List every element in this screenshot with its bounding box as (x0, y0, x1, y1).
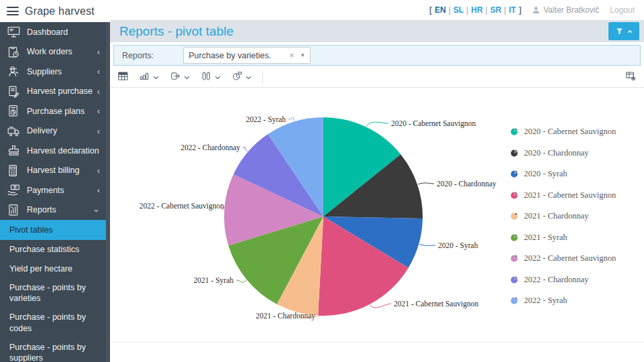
sidebar-subitem-purchase-statistics[interactable]: Purchase statistics (0, 240, 106, 259)
toolbar-fields-button[interactable] (201, 70, 221, 84)
chevron-down-icon (183, 72, 191, 84)
delivery-icon (6, 124, 21, 138)
field-chooser-icon (625, 70, 637, 84)
legend-item-2021-syrah: 2021 - Syrah (511, 227, 616, 249)
language-en[interactable]: EN (435, 5, 446, 15)
report-select[interactable]: Purchase by varieties. × ▼ (183, 47, 311, 64)
sidebar-item-reports[interactable]: Reports⌄ (0, 200, 106, 221)
app-title: Grape harvest (25, 5, 95, 17)
sidebar-item-dashboard[interactable]: Dashboard (0, 22, 106, 42)
chevron-down-icon (152, 72, 160, 84)
sidebar-subitem-pivot-tables[interactable]: Pivot tables (0, 220, 106, 240)
sidebar-item-label: Dashboard (27, 27, 68, 37)
pivot-toolbar (110, 68, 644, 88)
language-sr[interactable]: SR (490, 5, 502, 15)
pie-label-connector (370, 304, 391, 308)
report-filter-panel: Reports: Purchase by varieties. × ▼ (113, 45, 641, 66)
legend-pie-marker (511, 297, 518, 304)
legend-item-2021-cabernet-sauvignon: 2021 - Cabernet Sauvignon (511, 185, 616, 206)
sidebar-item-work-orders[interactable]: Work orders‹ (0, 42, 106, 62)
sidebar-item-label: Suppliers (27, 67, 62, 76)
reports-label: Reports: (122, 51, 154, 60)
toolbar-export-button[interactable] (170, 70, 191, 84)
legend-item-2021-chardonnay: 2021 - Chardonnay (511, 206, 616, 227)
pie-label-connector (236, 280, 246, 282)
sidebar-item-harvest-declaration[interactable]: Harvest declaration (0, 141, 106, 161)
user-icon (532, 6, 540, 14)
sidebar-item-harvest-billing[interactable]: Harvest billing‹ (0, 161, 106, 181)
pie-label-connector (418, 183, 434, 184)
sidebar-item-purchase-plans[interactable]: Purchase plans‹ (0, 101, 106, 121)
pie-slice-label: 2021 - Syrah (194, 276, 234, 285)
toolbar-table-button[interactable] (117, 70, 129, 84)
chart-area: 2020 - Cabernet Sauvignon2020 - Chardonn… (110, 88, 644, 343)
bracket: [ (429, 5, 432, 15)
sidebar-item-payments[interactable]: Payments‹ (0, 180, 106, 200)
chevron-down-icon (214, 72, 221, 84)
legend-pie-marker (511, 255, 518, 262)
legend-item-2022-cabernet-sauvignon: 2022 - Cabernet Sauvignon (511, 248, 616, 269)
chart-options-icon (231, 70, 243, 84)
legend-label: 2020 - Syrah (524, 169, 568, 179)
purchase-plans-icon (6, 104, 21, 118)
sidebar-item-label: Purchase plans (27, 107, 85, 116)
pie-slice-label: 2022 - Chardonnay (180, 143, 240, 152)
language-it[interactable]: IT (508, 5, 516, 15)
toolbar-bar-chart-button[interactable] (139, 70, 160, 84)
legend-label: 2021 - Cabernet Sauvignon (524, 190, 616, 200)
pie-slice-label: 2022 - Cabernet Sauvignon (140, 202, 224, 210)
sidebar-item-label: Harvest billing (27, 166, 80, 175)
chevron-up-icon (627, 28, 633, 35)
legend-pie-marker (511, 128, 518, 135)
separator: | (486, 5, 488, 15)
chart-legend: 2020 - Cabernet Sauvignon2020 - Chardonn… (511, 121, 616, 312)
language-sl[interactable]: SL (453, 5, 464, 15)
dropdown-caret-icon[interactable]: ▼ (300, 52, 305, 58)
topbar: [EN|SL|HR|SR|IT] Valter Bratkovič Logout (110, 0, 644, 20)
app-window: Grape harvest DashboardWork orders‹Suppl… (0, 0, 644, 362)
pie-label-connector (419, 244, 435, 245)
hamburger-menu-icon[interactable] (7, 7, 19, 15)
legend-item-2020-cabernet-sauvignon: 2020 - Cabernet Sauvignon (511, 121, 616, 143)
logout-button[interactable]: Logout (610, 5, 635, 15)
sidebar-item-label: Harvest purchase (27, 86, 93, 96)
pie-slice-label: 2020 - Syrah (438, 241, 478, 250)
pie-label-connector (243, 147, 248, 152)
legend-label: 2020 - Cabernet Sauvignon (524, 127, 616, 137)
work-orders-icon (6, 45, 21, 59)
legend-pie-marker (511, 192, 518, 199)
sidebar: Grape harvest DashboardWork orders‹Suppl… (0, 0, 110, 362)
sidebar-item-suppliers[interactable]: Suppliers‹ (0, 62, 106, 82)
chevron-left-icon: ‹ (97, 87, 100, 96)
clear-selection-icon[interactable]: × (286, 51, 297, 60)
sidebar-subitem-purchase-points-by-varieties[interactable]: Purchase - points by varieties (0, 278, 106, 308)
toolbar-chart-options-button[interactable] (231, 70, 252, 84)
legend-label: 2022 - Cabernet Sauvignon (524, 253, 616, 263)
language-hr[interactable]: HR (471, 5, 482, 15)
report-select-value: Purchase by varieties. (189, 51, 286, 60)
user-menu[interactable]: Valter Bratkovič (532, 5, 599, 15)
sidebar-item-label: Delivery (27, 126, 57, 135)
sidebar-subitem-purchase-points-by-codes[interactable]: Purchase - points by codes (0, 308, 106, 338)
chevron-left-icon: ‹ (97, 186, 100, 194)
separator: | (504, 5, 506, 15)
reports-icon (6, 203, 21, 217)
legend-label: 2022 - Chardonnay (524, 275, 589, 285)
language-switcher: [EN|SL|HR|SR|IT] (429, 5, 521, 15)
legend-item-2020-chardonnay: 2020 - Chardonnay (511, 143, 616, 164)
sidebar-item-label: Reports (27, 205, 56, 215)
toolbar-field-chooser-button[interactable] (625, 70, 637, 84)
sidebar-item-harvest-purchase[interactable]: Harvest purchase‹ (0, 82, 106, 102)
chevron-left-icon: ‹ (97, 127, 100, 135)
sidebar-subitem-yield-per-hectare[interactable]: Yield per hectare (0, 259, 106, 278)
chevron-down-icon: ⌄ (93, 204, 100, 213)
legend-label: 2022 - Syrah (524, 296, 568, 306)
sidebar-subitem-purchase-points-by-suppliers[interactable]: Purchase - points by suppliers (0, 338, 106, 362)
sidebar-item-delivery[interactable]: Delivery‹ (0, 121, 106, 141)
sidebar-item-label: Harvest declaration (27, 146, 99, 156)
legend-pie-marker (511, 276, 518, 284)
harvest-purchase-icon (6, 84, 21, 99)
legend-pie-marker (511, 213, 518, 220)
bar-chart-icon (139, 70, 150, 84)
filter-collapse-button[interactable] (608, 22, 639, 40)
